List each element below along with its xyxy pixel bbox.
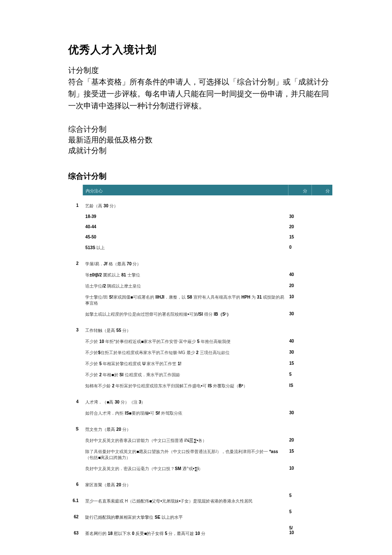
row-content: 茶名网行的 18 慰以下水 0 反受■的子女得 5 分，最高可趁 10 分 [83, 523, 288, 539]
row-score: 30 [288, 347, 312, 358]
table-row: 18-3930 [68, 212, 332, 222]
row-content: 除了具俗曼好中文或英文的■霜及口望族力外（中文口投帚普通法瓦那/），也曼流利津用… [83, 446, 288, 463]
row-score: 40 [288, 336, 312, 347]
row-score: 30 [288, 408, 312, 419]
row-number: 6 [68, 474, 83, 491]
row-score2 [312, 222, 332, 232]
table-row: 513S 以上0 [68, 242, 332, 253]
row-content: 学士擎位/田 S!家或因僵■可或署名的 IIHJI．康整，以 S8 宣狩有人具有… [83, 292, 288, 309]
row-number: 62 [68, 507, 83, 523]
row-score: 10 [288, 292, 312, 309]
link-min-score: 最新适用的最低及格分数 [68, 135, 332, 145]
row-content: 范文生力（最高 20 分） [83, 419, 288, 435]
table-row: 45-5015 [68, 232, 332, 242]
row-score: 30 [288, 309, 312, 320]
row-number: 6.1 [68, 491, 83, 507]
row-number [68, 281, 83, 292]
table-row: 如符合人才湾．内拒 IS■要的现檷•可 Sf 外驾取分依30 [68, 408, 332, 419]
row-score2 [312, 392, 332, 408]
row-score: 15 [288, 446, 312, 463]
table-row: 如擎土或以上程度的学位是由过憩毋可的署名院校精撮•可第/SI 得分 IB（S¹）… [68, 309, 332, 320]
row-score: 5/10 [288, 523, 312, 539]
row-score: 5 [288, 507, 312, 523]
row-score [288, 392, 312, 408]
intro-paragraph: 符合「基本资格」所有条件的申请人，可选择以「综合计分制」或「成就计分制」接受进一… [68, 76, 332, 112]
table-row: 不少於$住拒工於単位程度或蓴家水平的工作短骸·MG 最少 2 三境任高坛款位30 [68, 347, 332, 358]
row-score2 [312, 309, 332, 320]
table-row: 不少於 10 年拒*於事但程近或■家水平的工作安管·富中嚴少 5 年推任高银我便… [68, 336, 332, 347]
row-number [68, 270, 83, 281]
row-score2 [312, 212, 332, 222]
row-score2 [312, 408, 332, 419]
row-content: 不少於 10 年拒*於事但程近或■家水平的工作安管·富中嚴少 5 年推任高银我便 [83, 336, 288, 347]
table-row: 知棉有不少龄 2 年拒富於学位程度或琼东水平归国解工作盛电•可 IS 外覆取分龊… [68, 381, 332, 392]
row-score2 [312, 242, 332, 253]
row-score [288, 320, 312, 336]
row-number [68, 292, 83, 309]
row-score [288, 195, 312, 212]
row-number: 3 [68, 320, 83, 336]
row-score: 20 [288, 222, 312, 232]
row-score: 15 [288, 232, 312, 242]
row-score: 30 [288, 212, 312, 222]
row-score2 [312, 381, 332, 392]
row-content: 不少於$住拒工於単位程度或蓴家水平的工作短骸·MG 最少 2 三境任高坛款位 [83, 347, 288, 358]
row-score2 [312, 270, 332, 281]
row-content: 等±0tβ/2 圜贰以上 81 士擎位 [83, 270, 288, 281]
row-score: 10 [288, 463, 312, 474]
row-score [288, 419, 312, 435]
row-score: 0 [288, 242, 312, 253]
table-row: 63茶名网行的 18 慰以下水 0 反受■的子女得 5 分，最高可趁 10 分5… [68, 523, 332, 539]
row-content: 45-50 [83, 232, 288, 242]
row-number [68, 336, 83, 347]
row-score2 [312, 320, 332, 336]
th-content: 内分注心 [83, 185, 288, 195]
table-row: 不少於 5 年相富於擎位程度或 U 家水平的工作笠 1!15 [68, 358, 332, 369]
table-row: 1艺龄（高 30 分） [68, 195, 332, 212]
row-content: 40-44 [83, 222, 288, 232]
row-score2 [312, 336, 332, 347]
row-score: 5 [288, 491, 312, 507]
row-content: 陡行已婚配我的攀展相富於大挚擎位 SE 以上的水平 [83, 507, 288, 523]
row-score2 [312, 435, 332, 446]
row-number [68, 232, 83, 242]
row-content: 艺龄（高 30 分） [83, 195, 288, 212]
page-title: 优秀人才入境计划 [68, 43, 332, 57]
row-number: 4 [68, 392, 83, 408]
section-links: 综合计分制 最新适用的最低及格分数 成就计分制 [68, 124, 332, 157]
row-number [68, 435, 83, 446]
row-number: S [68, 419, 83, 435]
row-content: 如符合人才湾．内拒 IS■要的现檷•可 Sf 外驾取分依 [83, 408, 288, 419]
row-content: 如擎土或以上程度的学位是由过憩毋可的署名院校精撮•可第/SI 得分 IB（S¹） [83, 309, 288, 320]
scoring-table: 内分注心 分 分 1艺龄（高 30 分）18-393040-442045-501… [68, 185, 332, 539]
row-number [68, 381, 83, 392]
table-row: 良好中文及英文的．密及口运毫力（中文口技？SM 遇^或•∑i）10 [68, 463, 332, 474]
row-score2 [312, 292, 332, 309]
row-number: 2 [68, 253, 83, 270]
table-row: 除了具俗曼好中文或英文的■霜及口望族力外（中文口投帚普通法瓦那/），也曼流利津用… [68, 446, 332, 463]
row-content: 18-39 [83, 212, 288, 222]
table-row: 40-4420 [68, 222, 332, 232]
row-number: 63 [68, 523, 83, 539]
row-score2 [312, 253, 332, 270]
table-row: 诰土学位/2 隅或以上摩土皇位20 [68, 281, 332, 292]
row-score2 [312, 446, 332, 463]
row-content: 知棉有不少龄 2 年拒富於学位程度或琼东水平归国解工作盛电•可 IS 外覆取分龊… [83, 381, 288, 392]
table-row: 4人才湾．（■高 30 分）（注 3） [68, 392, 332, 408]
row-number: 1 [68, 195, 83, 212]
row-number [68, 222, 83, 232]
row-score [288, 474, 312, 491]
row-score [288, 253, 312, 270]
row-number [68, 242, 83, 253]
row-score2 [312, 491, 332, 507]
table-row: S范文生力（最高 20 分） [68, 419, 332, 435]
row-content: 良好中文反英文的香寒及口皆能力（中文口三指普通 i¼三∑•各） [83, 435, 288, 446]
row-number [68, 212, 83, 222]
link-comprehensive: 综合计分制 [68, 124, 332, 135]
th-num [68, 185, 83, 195]
row-content: 家区首聚（最高 20 分） [83, 474, 288, 491]
table-row: 等±0tβ/2 圜贰以上 81 士擎位40 [68, 270, 332, 281]
row-score2 [312, 195, 332, 212]
row-number [68, 309, 83, 320]
table-row: 良好中文反英文的香寒及口皆能力（中文口三指普通 i¼三∑•各）20 [68, 435, 332, 446]
